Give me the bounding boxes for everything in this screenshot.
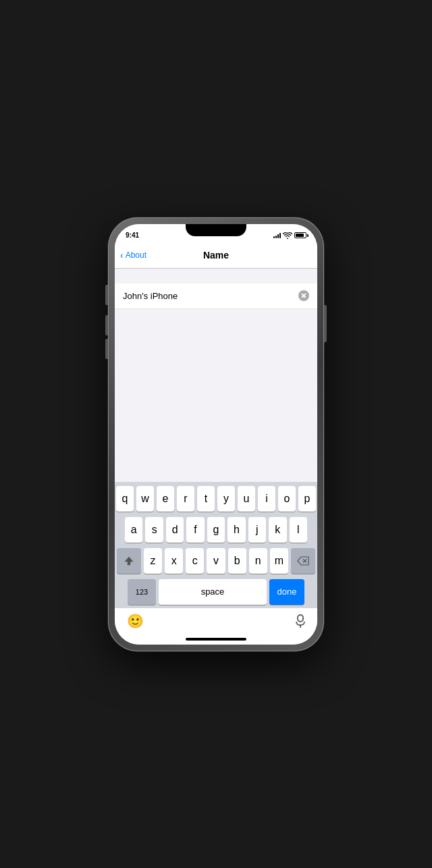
key-n[interactable]: n xyxy=(249,548,267,574)
bottom-bar: 🙂 xyxy=(115,608,317,634)
key-o[interactable]: o xyxy=(278,486,296,512)
phone-frame: 9:41 ‹ About N xyxy=(108,217,324,651)
key-e[interactable]: e xyxy=(157,486,174,512)
key-z[interactable]: z xyxy=(144,548,162,574)
keyboard: q w e r t y u i o p a s d f g h j k xyxy=(115,482,317,608)
notch xyxy=(186,224,246,236)
key-b[interactable]: b xyxy=(228,548,246,574)
signal-icon xyxy=(273,233,281,238)
keyboard-row-3: z x c v b n m xyxy=(117,548,315,574)
phone-screen: 9:41 ‹ About N xyxy=(115,224,317,645)
key-c[interactable]: c xyxy=(186,548,204,574)
numbers-key[interactable]: 123 xyxy=(128,579,156,605)
home-bar xyxy=(186,638,246,641)
home-indicator xyxy=(115,634,317,645)
keyboard-row-1: q w e r t y u i o p xyxy=(117,486,315,512)
done-key[interactable]: done xyxy=(269,579,304,605)
key-g[interactable]: g xyxy=(207,517,225,543)
key-r[interactable]: r xyxy=(177,486,194,512)
device-name-input[interactable] xyxy=(123,291,298,301)
key-k[interactable]: k xyxy=(269,517,286,543)
section-header xyxy=(115,269,317,283)
key-p[interactable]: p xyxy=(298,486,316,512)
key-i[interactable]: i xyxy=(258,486,275,512)
key-h[interactable]: h xyxy=(227,517,245,543)
status-bar: 9:41 xyxy=(115,224,317,243)
nav-bar: ‹ About Name xyxy=(115,243,317,269)
shift-icon xyxy=(124,555,134,566)
keyboard-row-4: 123 space done xyxy=(117,579,315,605)
content-area xyxy=(115,309,317,482)
microphone-icon[interactable] xyxy=(296,614,305,628)
delete-key[interactable] xyxy=(291,548,315,574)
key-u[interactable]: u xyxy=(238,486,255,512)
back-label: About xyxy=(126,250,146,260)
wifi-icon xyxy=(283,232,292,239)
key-q[interactable]: q xyxy=(116,486,134,512)
key-s[interactable]: s xyxy=(145,517,163,543)
page-title: Name xyxy=(203,250,229,261)
key-l[interactable]: l xyxy=(290,517,307,543)
input-row xyxy=(115,283,317,309)
emoji-icon[interactable]: 🙂 xyxy=(127,613,144,629)
key-m[interactable]: m xyxy=(270,548,288,574)
delete-icon xyxy=(297,556,309,566)
key-f[interactable]: f xyxy=(186,517,204,543)
key-d[interactable]: d xyxy=(166,517,184,543)
key-x[interactable]: x xyxy=(165,548,183,574)
key-v[interactable]: v xyxy=(207,548,225,574)
space-key[interactable]: space xyxy=(159,579,267,605)
clear-button[interactable] xyxy=(298,290,309,301)
status-time: 9:41 xyxy=(126,232,139,239)
key-a[interactable]: a xyxy=(125,517,142,543)
keyboard-row-2: a s d f g h j k l xyxy=(117,517,315,543)
shift-key[interactable] xyxy=(117,548,141,574)
battery-icon xyxy=(294,232,306,238)
key-t[interactable]: t xyxy=(197,486,215,512)
key-j[interactable]: j xyxy=(248,517,266,543)
key-w[interactable]: w xyxy=(136,486,154,512)
status-icons xyxy=(273,232,306,239)
key-y[interactable]: y xyxy=(217,486,235,512)
chevron-left-icon: ‹ xyxy=(120,250,124,261)
back-button[interactable]: ‹ About xyxy=(120,250,146,261)
